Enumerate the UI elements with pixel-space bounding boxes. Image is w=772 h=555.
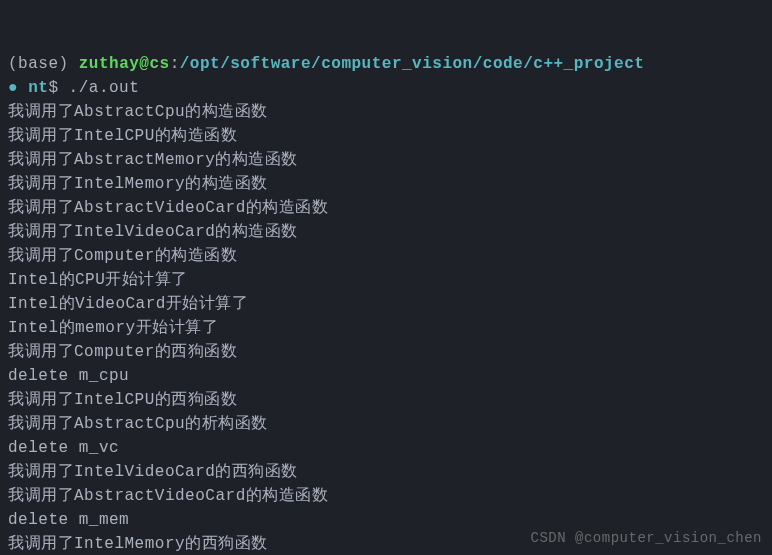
prompt-dollar: $ xyxy=(48,79,68,97)
output-line: 我调用了IntelVideoCard的构造函数 xyxy=(8,220,764,244)
output-line: 我调用了AbstractVideoCard的构造函数 xyxy=(8,196,764,220)
output-line: 我调用了AbstractVideoCard的构造函数 xyxy=(8,484,764,508)
watermark-text: CSDN @computer_vision_chen xyxy=(531,528,762,549)
output-container: 我调用了AbstractCpu的构造函数我调用了IntelCPU的构造函数我调用… xyxy=(8,100,764,555)
output-line: 我调用了AbstractCpu的构造函数 xyxy=(8,100,764,124)
prompt-colon: : xyxy=(170,55,180,73)
output-line: Intel的VideoCard开始计算了 xyxy=(8,292,764,316)
output-line: 我调用了Computer的构造函数 xyxy=(8,244,764,268)
output-line: 我调用了Computer的西狗函数 xyxy=(8,340,764,364)
output-line: 我调用了IntelVideoCard的西狗函数 xyxy=(8,460,764,484)
output-line: 我调用了IntelMemory的构造函数 xyxy=(8,172,764,196)
bullet-icon: ● xyxy=(8,79,28,97)
output-line: 我调用了IntelCPU的构造函数 xyxy=(8,124,764,148)
prompt-path: /opt/software/computer_vision/code/c++_p… xyxy=(180,55,645,73)
prompt-user-host: zuthay@cs xyxy=(79,55,170,73)
output-line: Intel的CPU开始计算了 xyxy=(8,268,764,292)
prompt-line: (base) zuthay@cs:/opt/software/computer_… xyxy=(8,52,764,76)
command-text: ./a.out xyxy=(69,79,140,97)
prompt-line-2: ● nt$ ./a.out xyxy=(8,76,764,100)
prompt-path-cont: nt xyxy=(28,79,48,97)
terminal-output: (base) zuthay@cs:/opt/software/computer_… xyxy=(8,4,764,555)
output-line: delete m_cpu xyxy=(8,364,764,388)
output-line: 我调用了AbstractMemory的构造函数 xyxy=(8,148,764,172)
output-line: 我调用了AbstractCpu的析构函数 xyxy=(8,412,764,436)
prompt-base: (base) xyxy=(8,55,79,73)
output-line: 我调用了IntelCPU的西狗函数 xyxy=(8,388,764,412)
output-line: delete m_vc xyxy=(8,436,764,460)
output-line: Intel的memory开始计算了 xyxy=(8,316,764,340)
